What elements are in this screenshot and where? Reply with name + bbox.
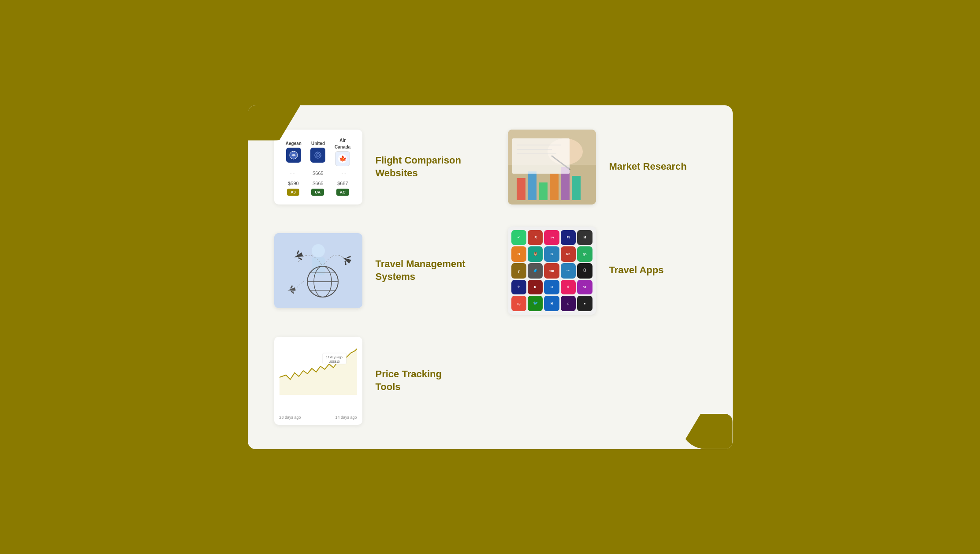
price-united-1: $665 — [313, 171, 323, 176]
svg-rect-10 — [517, 178, 525, 200]
market-research-image — [508, 130, 596, 204]
main-card: Aegean United Air Canada 🍁 — [248, 105, 733, 449]
app-icon-9: Rb — [561, 246, 576, 262]
price-united-2: $665 — [313, 181, 323, 186]
aegean-logo — [286, 148, 301, 163]
chart-area: 17 days ago US$815 — [279, 342, 357, 413]
chart-label-28: 28 days ago — [279, 415, 301, 420]
prices-row1: - - $665 - - — [281, 169, 355, 178]
airline-aegean: Aegean — [286, 141, 302, 163]
app-icon-4: Pi — [561, 230, 576, 245]
airline-united: United — [310, 141, 325, 163]
badge-ac: AC — [336, 189, 349, 196]
app-icon-17: K — [528, 280, 543, 294]
market-photo — [508, 130, 596, 204]
svg-text:17 days ago: 17 days ago — [326, 355, 342, 359]
price-tracking-card: 17 days ago US$815 28 days ago 14 days a… — [274, 337, 362, 425]
price-aegean-2: $590 — [288, 181, 298, 186]
price-chart-svg: 17 days ago US$815 — [279, 342, 357, 395]
travel-management-label: Travel ManagementSystems — [376, 258, 466, 283]
app-icon-19: ⊕ — [561, 280, 576, 294]
app-icon-14: 〜 — [561, 263, 576, 279]
price-aircanada-2: $687 — [337, 181, 348, 186]
app-icon-23: H — [544, 296, 559, 311]
app-icon-11: y — [511, 263, 526, 279]
app-icon-1: ✓ — [511, 230, 526, 245]
travel-management-section: Travel ManagementSystems — [274, 233, 473, 308]
market-research-label: Market Research — [609, 160, 687, 173]
travel-management-image — [274, 233, 362, 308]
flight-comparison-label: Flight ComparisonWebsites — [376, 154, 461, 179]
app-icon-21: ag — [511, 296, 526, 311]
price-tracking-label: Price TrackingTools — [376, 368, 442, 393]
app-icon-13: fab — [544, 263, 559, 279]
price-tracking-section: 17 days ago US$815 28 days ago 14 days a… — [274, 337, 473, 425]
app-icon-18: H — [544, 280, 559, 294]
aircanada-name2: Canada — [335, 145, 350, 149]
svg-point-23 — [312, 244, 325, 257]
app-icon-2: IR — [528, 230, 543, 245]
app-icon-24: ⌂ — [561, 296, 576, 311]
travel-apps-image: ✓ IR my Pi M O 🦉 B Rb go y 🧳 fab 〜 Ü ✈ K — [508, 227, 596, 315]
aircanada-logo: 🍁 — [335, 151, 350, 166]
prices-row2: $590 $665 $687 — [281, 181, 355, 186]
app-icon-7: 🦉 — [528, 246, 543, 262]
svg-text:US$815: US$815 — [328, 360, 339, 363]
svg-rect-11 — [528, 171, 537, 200]
svg-rect-13 — [550, 174, 559, 200]
chart-label-14: 14 days ago — [335, 415, 357, 420]
app-icon-25: ● — [577, 296, 592, 311]
chart-x-labels: 28 days ago 14 days ago — [279, 415, 357, 420]
app-icon-8: B — [544, 246, 559, 262]
app-icon-15: Ü — [577, 263, 592, 279]
svg-rect-18 — [512, 138, 570, 174]
badges-row: A3 UA AC — [281, 189, 355, 196]
airline-aircanada: Air Canada 🍁 — [335, 138, 350, 166]
svg-rect-15 — [572, 176, 581, 200]
app-icon-12: 🧳 — [528, 263, 543, 279]
aegean-label: Aegean — [286, 141, 302, 146]
app-icon-5: M — [577, 230, 592, 245]
app-icon-6: O — [511, 246, 526, 262]
app-icon-10: go — [577, 246, 592, 262]
corner-decoration-br — [680, 414, 733, 449]
travel-apps-label: Travel Apps — [609, 264, 664, 277]
market-research-section: Market Research — [508, 130, 706, 204]
app-icon-16: ✈ — [511, 280, 526, 294]
airlines-row: Aegean United Air Canada 🍁 — [281, 138, 355, 166]
price-aegean-1: - - — [290, 171, 294, 176]
united-logo — [310, 148, 325, 163]
app-icon-3: my — [544, 230, 559, 245]
price-aircanada-1: - - — [342, 171, 346, 176]
travel-apps-section: ✓ IR my Pi M O 🦉 B Rb go y 🧳 fab 〜 Ü ✈ K — [508, 227, 706, 315]
app-icon-20: Vi — [577, 280, 592, 294]
app-icon-22: 🐦 — [528, 296, 543, 311]
badge-ua: UA — [311, 189, 324, 196]
flight-comparison-section: Aegean United Air Canada 🍁 — [274, 130, 473, 204]
flight-comparison-card: Aegean United Air Canada 🍁 — [274, 130, 362, 204]
svg-text:🍁: 🍁 — [339, 155, 347, 163]
badge-a3: A3 — [287, 189, 299, 196]
aircanada-name1: Air — [339, 138, 346, 143]
svg-rect-12 — [539, 182, 548, 200]
united-label: United — [311, 141, 325, 146]
